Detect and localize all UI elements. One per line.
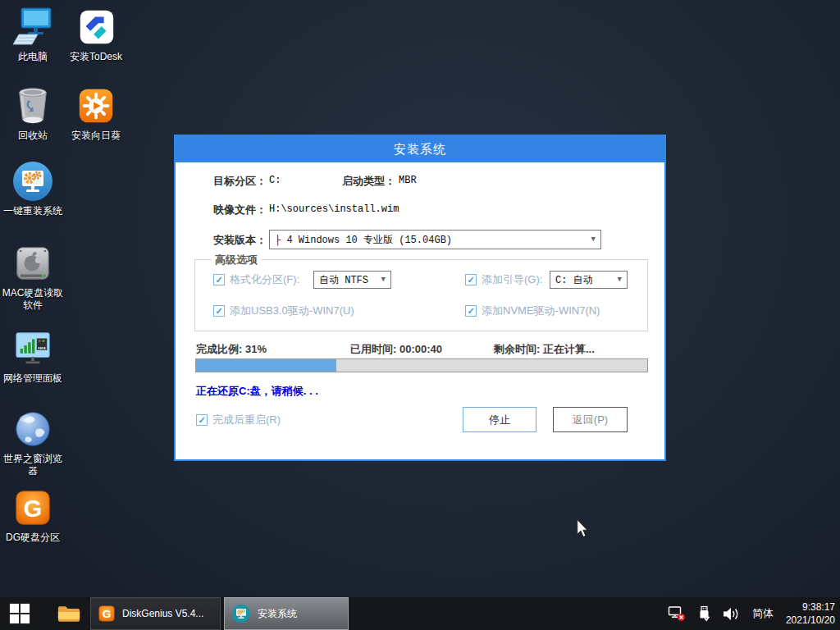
desktop-icon-dg-partition[interactable]: G DG硬盘分区	[2, 487, 64, 544]
remaining-time-label: 剩余时间: 正在计算...	[494, 342, 595, 357]
target-partition-value: C:	[269, 175, 281, 186]
reboot-after-finish-checkbox[interactable]	[196, 414, 208, 426]
dialog-title: 安装系统	[176, 136, 664, 162]
desktop-icon-install-todesk[interactable]: 安装ToDesk	[65, 7, 127, 63]
add-boot-checkbox-row: 添加引导(G):	[465, 272, 542, 287]
chevron-down-icon	[618, 276, 622, 284]
boot-target-dropdown[interactable]: C: 自动	[550, 271, 628, 289]
usb3-driver-label: 添加USB3.0驱动-WIN7(U)	[230, 304, 354, 318]
return-button[interactable]: 返回(P)	[553, 407, 628, 432]
svg-text:G: G	[24, 495, 42, 522]
boot-type-label: 启动类型：	[342, 174, 395, 189]
desktop-icon-mac-disk-reader[interactable]: MAC硬盘读取软件	[2, 243, 64, 312]
task-label: 安装系统	[258, 607, 297, 621]
restore-status-text: 正在还原C:盘，请稍候. . .	[196, 384, 318, 399]
input-method-indicator[interactable]: 简体	[752, 606, 774, 621]
format-partition-label: 格式化分区(F):	[230, 272, 299, 287]
taskbar: G DiskGenius V5.4... 安装系统	[0, 597, 840, 630]
desktop-icon-label: 安装ToDesk	[65, 51, 127, 63]
task-label: DiskGenius V5.4...	[122, 608, 203, 619]
format-type-value: 自动 NTFS	[319, 273, 378, 287]
desktop-icon-label: 一键重装系统	[2, 205, 64, 217]
system-tray: 简体 9:38:17 2021/10/20	[668, 597, 835, 630]
this-pc-icon	[2, 7, 64, 48]
mac-disk-icon	[2, 243, 64, 284]
stop-button[interactable]: 停止	[463, 407, 536, 432]
recycle-bin-icon	[2, 85, 64, 126]
desktop-icon-label: 回收站	[2, 130, 64, 142]
boot-target-value: C: 自动	[555, 273, 614, 287]
diskgenius-icon: G	[98, 605, 116, 623]
image-file-label: 映像文件：	[213, 203, 267, 217]
usb3-driver-checkbox-row: 添加USB3.0驱动-WIN7(U)	[213, 304, 354, 318]
network-disconnected-icon[interactable]	[668, 605, 686, 622]
desktop-icon-this-pc[interactable]: 此电脑	[2, 7, 64, 63]
progress-percent-label: 完成比例: 31%	[196, 342, 267, 357]
target-partition-label: 目标分区：	[213, 174, 267, 189]
desktop-icon-label: 此电脑	[2, 51, 64, 63]
todesk-icon	[65, 7, 127, 48]
chevron-down-icon	[591, 235, 596, 244]
clock-time: 9:38:17	[786, 600, 835, 614]
folder-icon	[57, 605, 80, 623]
progress-bar	[195, 358, 648, 372]
install-system-dialog: 安装系统 目标分区： C: 启动类型： MBR 映像文件： H:\sources…	[174, 135, 666, 461]
globe-browser-icon	[2, 409, 64, 450]
reinstall-system-icon	[2, 161, 64, 202]
nvme-driver-checkbox-row: 添加NVME驱动-WIN7(N)	[465, 304, 600, 318]
install-version-label: 安装版本：	[213, 233, 267, 248]
reboot-checkbox-row: 完成后重启(R)	[196, 413, 281, 427]
format-partition-checkbox-row: 格式化分区(F):	[213, 272, 299, 287]
add-boot-checkbox[interactable]	[465, 274, 477, 285]
desktop-icon-one-key-reinstall[interactable]: 一键重装系统	[2, 161, 64, 217]
advanced-options-legend: 高级选项	[212, 253, 261, 267]
desktop-icon-label: 网络管理面板	[2, 372, 64, 385]
nvme-driver-label: 添加NVME驱动-WIN7(N)	[482, 304, 600, 318]
elapsed-time-label: 已用时间: 00:00:40	[350, 342, 442, 357]
nvme-driver-checkbox[interactable]	[465, 305, 477, 317]
diskgenius-icon: G	[2, 487, 64, 528]
usb3-driver-checkbox[interactable]	[213, 305, 225, 317]
windows-logo-icon	[9, 603, 30, 624]
desktop-icon-world-window-browser[interactable]: 世界之窗浏览器	[2, 409, 64, 477]
sunflower-icon	[65, 85, 127, 126]
taskbar-task-install-system[interactable]: 安装系统	[224, 597, 349, 630]
volume-icon[interactable]	[723, 607, 740, 621]
boot-type-value: MBR	[399, 175, 417, 186]
network-panel-icon	[2, 328, 64, 369]
install-version-dropdown[interactable]: ├ 4 Windows 10 专业版 (15.04GB)	[269, 230, 601, 249]
install-system-icon	[231, 604, 251, 623]
taskbar-task-diskgenius[interactable]: G DiskGenius V5.4...	[90, 597, 221, 630]
desktop-icon-label: DG硬盘分区	[2, 532, 64, 544]
usb-device-icon[interactable]	[698, 605, 710, 622]
image-file-value: H:\sources\install.wim	[269, 203, 399, 215]
progress-fill	[196, 359, 336, 372]
file-explorer-button[interactable]	[51, 597, 87, 630]
desktop-icon-install-sunflower[interactable]: 安装向日葵	[65, 85, 127, 142]
add-boot-label: 添加引导(G):	[482, 272, 542, 287]
install-version-value: ├ 4 Windows 10 专业版 (15.04GB)	[275, 233, 588, 247]
start-button[interactable]	[0, 597, 39, 630]
mouse-cursor	[575, 518, 590, 541]
desktop-icon-label: MAC硬盘读取软件	[2, 287, 64, 312]
format-partition-checkbox[interactable]	[213, 274, 225, 285]
chevron-down-icon	[381, 276, 386, 284]
clock-date: 2021/10/20	[786, 614, 835, 627]
desktop-icon-label: 安装向日葵	[65, 130, 127, 142]
advanced-options-group: 高级选项 格式化分区(F): 自动 NTFS 添加引导(G): C: 自动 添加…	[194, 259, 648, 331]
format-type-dropdown[interactable]: 自动 NTFS	[313, 271, 391, 289]
clock[interactable]: 9:38:17 2021/10/20	[786, 600, 835, 627]
svg-text:G: G	[103, 608, 112, 620]
desktop-icon-recycle-bin[interactable]: 回收站	[2, 85, 64, 142]
desktop-icon-label: 世界之窗浏览器	[2, 453, 64, 477]
desktop-icon-network-panel[interactable]: 网络管理面板	[2, 328, 64, 385]
reboot-after-finish-label: 完成后重启(R)	[212, 413, 281, 427]
